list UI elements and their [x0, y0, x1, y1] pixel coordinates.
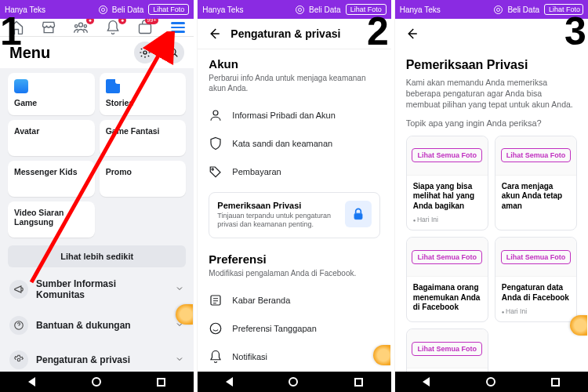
- card-promo[interactable]: Promo: [100, 161, 187, 197]
- tab-marketplace[interactable]: [40, 19, 57, 36]
- svg-point-0: [79, 23, 83, 27]
- buy-data-link[interactable]: Beli Data: [112, 5, 144, 14]
- system-topbar: Hanya Teks Beli DataLihat Foto: [198, 0, 390, 19]
- svg-point-12: [211, 323, 222, 334]
- see-less-button[interactable]: Lihat lebih sedikit: [8, 245, 186, 267]
- tab-groups[interactable]: ●: [72, 19, 89, 36]
- row-settings-privacy[interactable]: Pengaturan & privasi: [0, 343, 194, 372]
- section-preferences: Preferensi Modifikasi pengalaman Anda di…: [198, 245, 390, 286]
- panel-2-settings: Hanya Teks Beli DataLihat Foto Pengatura…: [197, 0, 390, 392]
- topic-grid: Lihat Semua FotoSiapa yang bisa melihat …: [406, 136, 577, 372]
- svg-point-9: [212, 169, 213, 170]
- privacy-checkup-card[interactable]: Pemeriksaan Privasi Tinjauan terpandu un…: [209, 192, 379, 238]
- card-fantasy[interactable]: Game Fantasi: [100, 120, 187, 156]
- tab-menu[interactable]: [169, 19, 187, 36]
- svg-rect-3: [140, 24, 151, 34]
- row-community[interactable]: Sumber Informasi Komunitas: [0, 270, 194, 308]
- stories-icon: [106, 79, 120, 93]
- settings-header: Pengaturan & privasi: [198, 19, 390, 49]
- back-icon[interactable]: [405, 27, 419, 41]
- topic-data[interactable]: Lihat Semua FotoPengaturan data Anda di …: [495, 237, 577, 322]
- reaction-icon: [209, 321, 223, 336]
- badge-dot: ●: [86, 19, 94, 24]
- search-button[interactable]: [162, 42, 184, 64]
- svg-point-4: [143, 51, 147, 54]
- broadcast-icon: [296, 5, 304, 14]
- bell-icon: [209, 350, 223, 364]
- svg-point-2: [84, 25, 86, 27]
- section-account: Akun Perbarui info Anda untuk menjaga ke…: [198, 49, 390, 101]
- floating-messenger-pill[interactable]: [373, 345, 390, 365]
- row-password[interactable]: Kata sandi dan keamanan: [198, 129, 390, 158]
- badge-count: 99+: [145, 19, 159, 24]
- row-payment[interactable]: Pembayaran: [198, 158, 390, 186]
- row-personal-info[interactable]: Informasi Pribadi dan Akun: [198, 101, 390, 129]
- tab-store[interactable]: 99+: [136, 19, 154, 36]
- row-notif[interactable]: Notifikasi: [198, 343, 390, 371]
- card-live[interactable]: Video Siaran Langsung: [8, 201, 95, 238]
- checkup-question: Topik apa yang ingin Anda periksa?: [406, 118, 577, 128]
- nav-recent[interactable]: [354, 378, 363, 387]
- back-icon[interactable]: [207, 27, 221, 41]
- android-navbar: [198, 372, 390, 392]
- card-avatar[interactable]: Avatar: [8, 120, 95, 156]
- tag-icon: [209, 165, 223, 179]
- chevron-down-icon: [175, 354, 184, 366]
- system-topbar: Hanya Teks Beli DataLihat Foto: [395, 0, 588, 19]
- nav-home[interactable]: [92, 377, 101, 387]
- panel-1-menu: Hanya Teks Beli Data Lihat Foto ● ● 99+ …: [0, 0, 194, 392]
- topic-who-sees[interactable]: Lihat Semua FotoSiapa yang bisa melihat …: [406, 136, 488, 231]
- checkup-title: Pemeriksaan Privasi: [406, 58, 577, 72]
- nav-back[interactable]: [28, 377, 35, 387]
- tab-bar: ● ● 99+: [0, 19, 194, 37]
- topic-ads[interactable]: Lihat Semua FotoPreferensi iklan: [406, 328, 488, 372]
- lock-icon: [345, 201, 372, 227]
- svg-point-7: [17, 358, 20, 361]
- shield-icon: [209, 136, 223, 151]
- chevron-down-icon: [175, 284, 184, 296]
- person-icon: [209, 108, 223, 122]
- nav-home[interactable]: [486, 377, 495, 387]
- tab-notifications[interactable]: ●: [104, 19, 122, 36]
- row-reaction[interactable]: Preferensi Tanggapan: [198, 314, 390, 343]
- row-newsfeed[interactable]: Kabar Beranda: [198, 286, 390, 314]
- settings-button[interactable]: [134, 42, 156, 64]
- badge-dot: ●: [118, 19, 126, 24]
- card-stories[interactable]: Stories: [100, 73, 187, 115]
- settings-title: Pengaturan & privasi: [230, 27, 340, 40]
- annotation-number-1: 1: [0, 16, 22, 47]
- topic-find-you[interactable]: Lihat Semua FotoBagaimana orang menemuka…: [406, 237, 488, 322]
- view-photo-button[interactable]: Lihat Foto: [148, 4, 189, 15]
- shortcut-grid: Game Stories Avatar Game Fantasi Messeng…: [0, 68, 194, 242]
- svg-point-8: [213, 111, 218, 115]
- android-navbar: [0, 372, 194, 392]
- nav-back[interactable]: [423, 377, 430, 387]
- topic-secure[interactable]: Lihat Semua FotoCara menjaga akun Anda t…: [495, 136, 577, 231]
- megaphone-icon: [9, 280, 28, 299]
- floating-messenger-pill[interactable]: [176, 304, 193, 325]
- card-mkids[interactable]: Messenger Kids: [8, 161, 95, 197]
- row-help[interactable]: Bantuan & dukungan: [0, 308, 194, 343]
- panel-3-privacy-checkup: Hanya Teks Beli DataLihat Foto Pemeriksa…: [394, 0, 588, 392]
- nav-recent[interactable]: [551, 378, 560, 387]
- annotation-number-3: 3: [564, 16, 586, 47]
- checkup-sub: Kami akan memandu Anda memeriksa beberap…: [406, 77, 577, 111]
- system-topbar: Hanya Teks Beli Data Lihat Foto: [0, 0, 194, 19]
- floating-messenger-pill[interactable]: [570, 315, 587, 336]
- newsfeed-icon: [209, 293, 223, 307]
- svg-point-1: [75, 25, 78, 27]
- android-navbar: [395, 372, 588, 392]
- game-icon: [14, 79, 28, 93]
- hamburger-icon: [171, 22, 185, 33]
- nav-back[interactable]: [226, 377, 233, 387]
- svg-rect-10: [354, 213, 362, 220]
- menu-header: Menu: [0, 37, 194, 68]
- nav-home[interactable]: [289, 377, 298, 387]
- nav-recent[interactable]: [157, 378, 165, 387]
- help-icon: [9, 316, 28, 335]
- svg-point-5: [169, 49, 176, 55]
- gear-icon: [9, 350, 28, 369]
- card-game[interactable]: Game: [8, 73, 95, 115]
- broadcast-icon: [99, 5, 107, 14]
- broadcast-icon: [494, 5, 503, 14]
